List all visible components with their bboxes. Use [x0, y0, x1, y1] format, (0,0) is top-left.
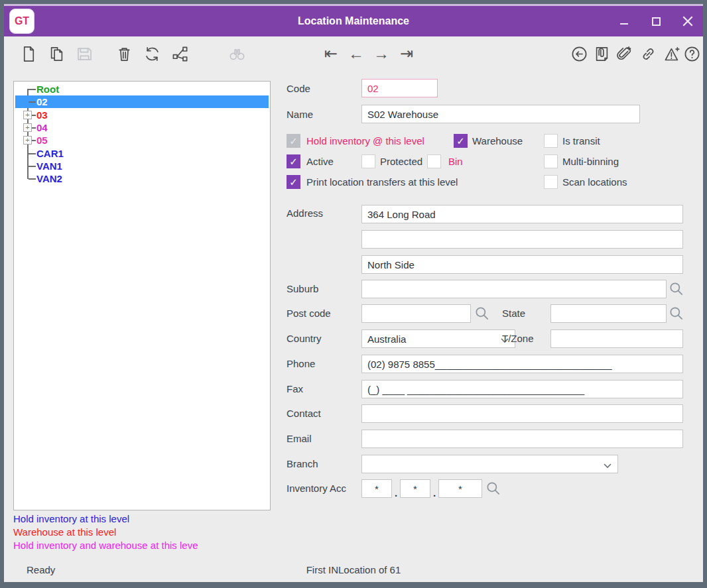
protected-label: Protected [380, 156, 422, 167]
tzone-input[interactable] [550, 329, 683, 348]
check-icon: ✓ [289, 156, 298, 168]
refresh-button[interactable] [142, 44, 162, 64]
new-document-icon [20, 45, 38, 63]
help-icon [683, 45, 701, 63]
tree-item-04[interactable]: 04 [15, 121, 269, 134]
expand-icon[interactable]: + [23, 123, 32, 132]
status-record-position: First INLocation of 61 [4, 564, 703, 575]
address-label: Address [287, 207, 323, 219]
tree-item-03[interactable]: 03 [15, 109, 269, 121]
add-attachment-button[interactable] [614, 44, 634, 64]
address-line1-input[interactable] [361, 205, 683, 223]
warehouse-label: Warehouse [472, 135, 523, 147]
tree-item-02[interactable]: 02 [15, 95, 269, 108]
tree-item-van1[interactable]: VAN1 [15, 160, 269, 172]
inventory-acc-lookup-button[interactable] [485, 479, 502, 498]
post-code-lookup-button[interactable] [474, 304, 491, 323]
protected-checkbox[interactable] [361, 154, 375, 168]
country-value: Australia [367, 333, 406, 345]
expand-icon[interactable]: + [23, 136, 32, 145]
contact-label: Contact [287, 408, 321, 419]
trash-icon [115, 45, 133, 63]
legend-hold-and-warehouse: Hold inventory and warehouse at this lev… [13, 540, 198, 551]
suburb-lookup-button[interactable] [668, 280, 685, 298]
hold-inventory-label: Hold inventory @ this level [306, 135, 424, 147]
inventory-acc-segment1-input[interactable] [361, 479, 392, 498]
last-record-button[interactable]: ⇥ [395, 44, 418, 64]
first-record-button[interactable]: ⇤ [320, 44, 342, 64]
active-checkbox[interactable]: ✓ [287, 154, 300, 168]
close-button[interactable] [682, 15, 694, 27]
tree-item-label: Root [36, 83, 59, 95]
scan-locations-checkbox[interactable] [544, 175, 558, 189]
legend-hold-inventory: Hold inventory at this level [13, 513, 129, 524]
refresh-icon [143, 45, 161, 63]
bin-checkbox[interactable] [427, 154, 441, 168]
alert-triangle-icon [663, 45, 681, 63]
maximize-button[interactable] [650, 15, 662, 27]
contact-input[interactable] [361, 404, 683, 423]
post-code-input[interactable] [361, 304, 471, 323]
tree-item-label: 02 [36, 95, 48, 108]
window-client-area: GT Location Maintenance [4, 4, 703, 582]
expand-icon[interactable]: + [23, 111, 32, 119]
save-record-button[interactable] [74, 44, 94, 64]
hierarchy-icon [171, 45, 189, 63]
fax-input[interactable] [361, 380, 683, 398]
attached-documents-button[interactable] [592, 44, 611, 64]
tree-item-label: 04 [36, 121, 48, 134]
new-record-button[interactable] [19, 44, 38, 64]
inventory-acc-segment2-input[interactable] [400, 479, 430, 498]
back-button[interactable] [569, 44, 589, 64]
minimize-button[interactable] [618, 15, 630, 27]
country-select[interactable]: Australia [361, 329, 515, 348]
binoculars-icon [228, 45, 246, 63]
branch-select[interactable] [361, 455, 618, 473]
name-label: Name [287, 109, 313, 120]
tree-item-05[interactable]: 05 [15, 134, 269, 147]
code-input[interactable] [361, 79, 438, 97]
warehouse-checkbox[interactable]: ✓ [454, 134, 468, 148]
code-label: Code [287, 83, 310, 94]
previous-record-button[interactable]: ← [345, 44, 367, 64]
email-input[interactable] [361, 430, 683, 448]
delete-record-button[interactable] [114, 44, 134, 64]
app-window: GT Location Maintenance [0, 0, 707, 588]
bin-label: Bin [448, 156, 463, 167]
add-alert-button[interactable] [662, 44, 682, 64]
find-button[interactable] [227, 44, 247, 64]
is-transit-label: Is transit [562, 135, 600, 147]
attached-document-icon [593, 45, 611, 63]
maximize-icon [651, 16, 661, 27]
hold-inventory-checkbox[interactable]: ✓ [287, 134, 300, 148]
active-label: Active [306, 156, 334, 167]
state-input[interactable] [550, 304, 667, 323]
inventory-acc-label: Inventory Acc [287, 483, 346, 494]
tree-item-label: VAN2 [36, 172, 62, 185]
hierarchy-view-button[interactable] [170, 44, 190, 64]
state-label: State [502, 308, 525, 319]
links-button[interactable] [638, 44, 658, 64]
phone-input[interactable] [361, 355, 683, 373]
suburb-input[interactable] [361, 280, 667, 298]
help-button[interactable] [682, 44, 702, 64]
tree-item-label: 03 [36, 109, 48, 121]
address-line2-input[interactable] [361, 230, 683, 249]
check-icon: ✓ [456, 135, 465, 147]
tree-item-car1[interactable]: CAR1 [15, 147, 269, 160]
window-title: Location Maintenance [4, 6, 703, 36]
tree-item-van2[interactable]: VAN2 [15, 172, 269, 185]
inventory-acc-segment3-input[interactable] [438, 479, 482, 498]
print-transfers-checkbox[interactable]: ✓ [287, 175, 300, 189]
tree-item-label: VAN1 [36, 160, 62, 172]
multi-binning-checkbox[interactable] [544, 154, 558, 168]
legend-warehouse: Warehouse at this level [13, 526, 116, 538]
next-record-button[interactable]: → [370, 44, 393, 64]
is-transit-checkbox[interactable] [544, 134, 558, 148]
state-lookup-button[interactable] [668, 304, 685, 323]
tree-item-root[interactable]: Root [15, 83, 269, 95]
copy-record-button[interactable] [46, 44, 66, 64]
address-line3-input[interactable] [361, 255, 683, 274]
title-bar: GT Location Maintenance [4, 4, 703, 36]
name-input[interactable] [361, 105, 640, 123]
